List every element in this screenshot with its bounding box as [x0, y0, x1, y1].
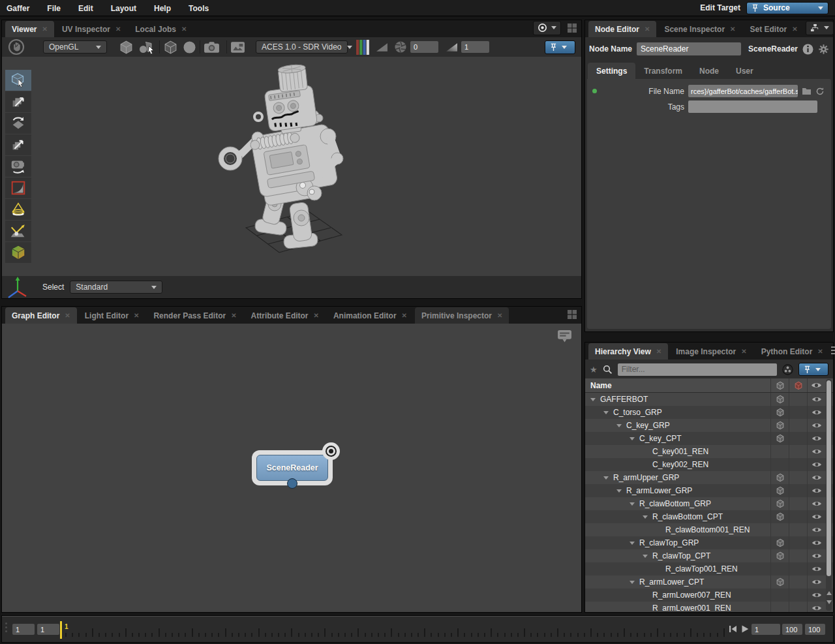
visibility-eye-icon[interactable]: [807, 471, 825, 484]
expander-icon[interactable]: [603, 476, 609, 480]
rgb-channels-icon[interactable]: [356, 40, 370, 55]
exclude-empty-cell[interactable]: [789, 445, 807, 458]
exclude-empty-cell[interactable]: [789, 562, 807, 575]
viewer-tab-viewer[interactable]: Viewer✕: [5, 21, 54, 37]
node-editor-tab-set-editor[interactable]: Set Editor✕: [743, 21, 804, 37]
gafferbot-3d-model[interactable]: [216, 59, 363, 255]
tags-input[interactable]: [688, 100, 817, 113]
node-editor-tab-node-editor[interactable]: Node Editor✕: [588, 21, 656, 37]
playhead[interactable]: [60, 621, 62, 639]
scene-cube-icon[interactable]: [770, 432, 789, 445]
image-comparison-icon[interactable]: [230, 41, 245, 54]
viewer-settings-dropdown[interactable]: [533, 21, 561, 35]
aperture-icon[interactable]: [394, 40, 407, 54]
scene-cube-icon[interactable]: [770, 484, 789, 497]
hierarchy-row-r-clawtop-grp[interactable]: R_clawTop_GRP: [585, 536, 833, 549]
expander-icon[interactable]: [643, 555, 648, 558]
expander-icon[interactable]: [590, 398, 596, 401]
scroll-down-icon[interactable]: [827, 600, 832, 604]
camera-settings-icon[interactable]: [204, 41, 220, 54]
light-tool[interactable]: [5, 199, 31, 220]
visibility-eye-icon[interactable]: [807, 589, 825, 602]
camera-tool[interactable]: [5, 156, 31, 177]
scene-cube-column-icon[interactable]: [770, 378, 789, 392]
hierarchy-row-c-torso-grp[interactable]: C_torso_GRP: [585, 406, 833, 419]
lighting-sphere-icon[interactable]: [183, 40, 196, 54]
viewer-pin-dropdown[interactable]: [545, 40, 575, 54]
hierarchy-pin-dropdown[interactable]: [798, 363, 828, 376]
hierarchy-tab-hierarchy-view[interactable]: Hierarchy View✕: [588, 343, 668, 360]
visibility-eye-icon[interactable]: [807, 602, 825, 612]
close-icon[interactable]: ✕: [645, 25, 650, 33]
close-icon[interactable]: ✕: [231, 312, 236, 319]
visibility-eye-icon[interactable]: [807, 523, 825, 536]
exclude-empty-cell[interactable]: [789, 432, 807, 445]
playback-start-field[interactable]: 1: [37, 624, 59, 635]
hierarchy-row-r-clawtop001-ren[interactable]: R_clawTop001_REN: [585, 562, 833, 575]
translate-tool[interactable]: [5, 91, 31, 112]
rotate-tool[interactable]: [5, 113, 31, 134]
close-icon[interactable]: ✕: [115, 25, 121, 33]
frame-ruler[interactable]: 1: [59, 618, 731, 641]
scene-cube-icon[interactable]: [770, 575, 789, 589]
layout-grid-icon[interactable]: [567, 309, 577, 320]
visibility-eye-icon[interactable]: [807, 497, 825, 510]
section-tab-settings[interactable]: Settings: [588, 63, 635, 79]
close-icon[interactable]: ✕: [656, 348, 661, 355]
menu-layout[interactable]: Layout: [111, 4, 136, 13]
visibility-eye-icon[interactable]: [807, 536, 825, 549]
refresh-icon[interactable]: [815, 87, 825, 96]
hierarchy-row-c-key002-ren[interactable]: C_key002_REN: [585, 458, 833, 471]
scale-tool[interactable]: [5, 134, 31, 155]
graph-tab-graph-editor[interactable]: Graph Editor✕: [5, 307, 77, 324]
scene-cube-empty-cell[interactable]: [770, 523, 789, 536]
exclude-empty-cell[interactable]: [789, 536, 807, 549]
scene-cube-icon[interactable]: [770, 406, 789, 419]
hierarchy-row-r-clawbottom-grp[interactable]: R_clawBottom_GRP: [585, 497, 833, 510]
hierarchy-row-r-clawbottom001-ren[interactable]: R_clawBottom001_REN: [585, 523, 833, 536]
annotation-bubble-icon[interactable]: [557, 330, 572, 343]
close-icon[interactable]: ✕: [314, 312, 319, 319]
visibility-eye-icon[interactable]: [807, 484, 825, 497]
scene-cube-empty-cell[interactable]: [770, 589, 789, 602]
scene-end-field[interactable]: 100: [805, 624, 825, 635]
info-icon[interactable]: [802, 44, 813, 55]
expander-icon[interactable]: [630, 502, 635, 506]
close-icon[interactable]: ✕: [497, 312, 502, 319]
menu-help[interactable]: Help: [154, 4, 171, 13]
graph-tab-animation-editor[interactable]: Animation Editor✕: [327, 307, 414, 324]
close-icon[interactable]: ✕: [65, 312, 70, 319]
filter-input[interactable]: Filter...: [618, 363, 777, 376]
hierarchy-row-r-clawbottom-cpt[interactable]: R_clawBottom_CPT: [585, 510, 833, 523]
expander-icon[interactable]: [616, 489, 622, 493]
exclude-empty-cell[interactable]: [789, 419, 807, 432]
visibility-eye-icon[interactable]: [807, 458, 825, 471]
graph-tab-primitive-inspector[interactable]: Primitive Inspector✕: [415, 307, 509, 324]
node-output-port[interactable]: [287, 478, 297, 489]
shading-mode-icon[interactable]: [138, 40, 156, 55]
exclude-empty-cell[interactable]: [789, 484, 807, 497]
hierarchy-row-r-armlower007-ren[interactable]: R_armLower007_REN: [585, 589, 833, 602]
scene-cube-empty-cell[interactable]: [770, 602, 789, 612]
expander-icon[interactable]: [643, 515, 648, 519]
edit-target-dropdown[interactable]: Source: [746, 2, 828, 14]
section-tab-user[interactable]: User: [727, 63, 762, 79]
exclude-empty-cell[interactable]: [789, 549, 807, 562]
visibility-eye-icon[interactable]: [807, 575, 825, 589]
exclude-empty-cell[interactable]: [789, 510, 807, 523]
exclude-empty-cell[interactable]: [789, 406, 807, 419]
exposure-field[interactable]: 0: [410, 41, 438, 53]
close-icon[interactable]: ✕: [817, 348, 823, 355]
graph-tab-light-editor[interactable]: Light Editor✕: [78, 307, 146, 324]
hierarchy-row-r-clawtop-cpt[interactable]: R_clawTop_CPT: [585, 549, 833, 562]
set-filter-icon[interactable]: [782, 364, 793, 375]
layout-grid-icon[interactable]: [567, 23, 577, 33]
node-editor-target-dropdown[interactable]: [806, 21, 834, 35]
expander-icon[interactable]: [603, 411, 609, 414]
close-icon[interactable]: ✕: [42, 25, 47, 33]
hierarchy-row-r-armlower-cpt[interactable]: R_armLower_CPT: [585, 575, 833, 589]
hierarchy-row-c-key-cpt[interactable]: C_key_CPT: [585, 432, 833, 445]
exclude-empty-cell[interactable]: [789, 471, 807, 484]
scene-cube-icon[interactable]: [770, 419, 789, 432]
visibility-eye-icon[interactable]: [807, 562, 825, 575]
